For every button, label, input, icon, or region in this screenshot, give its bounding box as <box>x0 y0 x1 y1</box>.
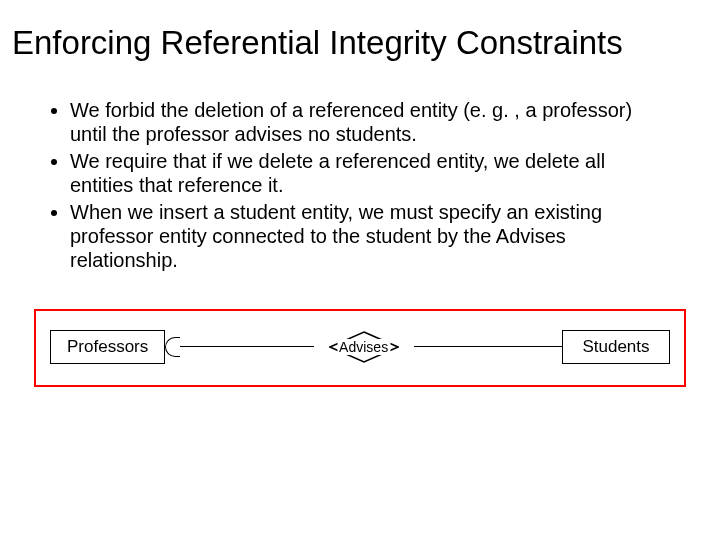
entity-professors: Professors <box>50 330 165 364</box>
bullet-item: We forbid the deletion of a referenced e… <box>70 98 648 147</box>
er-diagram: Professors Advises Students <box>50 319 670 375</box>
entity-students: Students <box>562 330 670 364</box>
relationship-line-left <box>165 346 313 348</box>
bullet-item: When we insert a student entity, we must… <box>70 200 648 273</box>
page-title: Enforcing Referential Integrity Constrai… <box>12 24 708 62</box>
er-diagram-box: Professors Advises Students <box>34 309 686 387</box>
relationship-label: Advises <box>337 339 390 355</box>
bullet-list: We forbid the deletion of a referenced e… <box>12 98 708 273</box>
relationship-diamond: Advises <box>314 327 414 367</box>
relationship-line-right <box>414 346 562 348</box>
slide: Enforcing Referential Integrity Constrai… <box>0 0 720 540</box>
bullet-item: We require that if we delete a reference… <box>70 149 648 198</box>
